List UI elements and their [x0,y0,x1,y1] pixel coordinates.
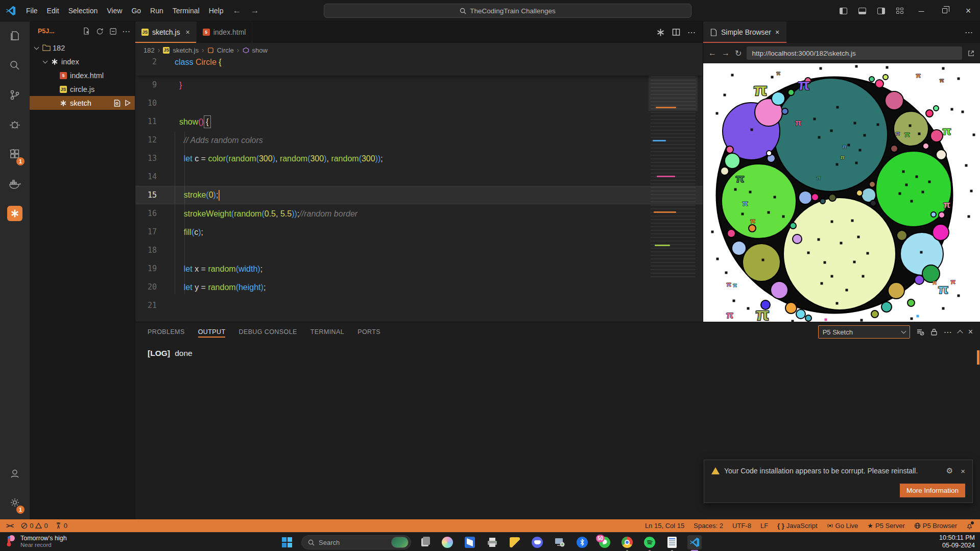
panel-more-actions-icon[interactable]: ⋯ [944,327,952,337]
source-control-icon[interactable] [0,83,30,107]
menu-selection[interactable]: Selection [64,7,103,15]
p5-run-action-icon[interactable] [656,28,665,37]
extensions-icon[interactable]: 1 [0,142,30,166]
lock-scroll-icon[interactable] [930,328,938,336]
code-line-14[interactable]: 14 [135,167,703,186]
breadcrumb-class[interactable]: Circle [217,46,234,54]
panel-tab-problems[interactable]: PROBLEMS [148,323,185,341]
code-line-10[interactable]: 10 [135,94,703,112]
settings-gear-icon[interactable]: 1 [0,490,30,515]
menu-file[interactable]: File [21,7,42,15]
split-editor-icon[interactable] [672,28,680,36]
weather-widget[interactable]: Tomorrow's high Near record [4,534,67,548]
start-button[interactable] [280,535,294,549]
run-sketch-icon[interactable] [125,100,131,106]
restore-button[interactable] [933,0,957,21]
p5-canvas[interactable]: πππππππππππππππππππππππ [703,63,980,322]
toggle-sidebar-icon[interactable] [840,8,847,14]
whatsapp-icon[interactable]: 50 [597,535,612,549]
bluetooth-icon[interactable] [575,535,589,549]
customize-layout-icon[interactable] [896,8,904,14]
refresh-icon[interactable] [94,26,105,37]
breadcrumb[interactable]: 182› JS sketch.js› Circle› show [135,43,703,57]
browser-reload-icon[interactable]: ↻ [735,49,742,58]
tree-item-index[interactable]: index [30,55,135,68]
p5-browser-button[interactable]: P5 Browser [914,522,957,530]
notes-app-icon[interactable] [665,535,679,549]
code-line-15[interactable]: 15 stroke(0); [135,186,703,204]
browser-more-actions-icon[interactable]: ⋯ [965,21,980,43]
go-live-button[interactable]: Go Live [827,522,858,530]
tree-item-182[interactable]: 182 [30,41,135,55]
errors-warnings[interactable]: 0 0 [21,522,47,530]
more-information-button[interactable]: More Information [900,484,965,497]
panel-tab-terminal[interactable]: TERMINAL [310,323,344,341]
explorer-icon[interactable] [0,23,30,48]
minimize-button[interactable]: ─ [910,0,933,21]
notification-close-icon[interactable]: × [961,467,965,475]
tab-simple-browser[interactable]: Simple Browser × [703,21,786,43]
code-line-13[interactable]: 13 let c = color(random(300), random(300… [135,149,703,167]
breadcrumb-file[interactable]: sketch.js [173,46,199,54]
tab-index-html[interactable]: 5 index.html [197,21,253,43]
search-highlight-image[interactable] [391,537,409,548]
eol-sequence[interactable]: LF [760,522,768,530]
search-sidebar-icon[interactable] [0,53,30,78]
panel-scrollbar[interactable] [977,350,979,365]
toggle-panel-icon[interactable] [858,8,866,14]
output-channel-select[interactable]: P5 Sketch [818,325,910,339]
scanner-app-icon[interactable] [463,535,477,549]
docker-icon[interactable] [0,172,30,196]
tree-item-sketch[interactable]: sketch [30,96,135,110]
toggle-secondary-sidebar-icon[interactable] [877,8,885,14]
remote-indicator[interactable]: >< [6,522,14,530]
notifications-bell-icon[interactable] [966,522,973,530]
p5-server-button[interactable]: ★P5 Server [867,522,904,530]
panel-tab-ports[interactable]: PORTS [357,323,380,341]
url-input[interactable]: http://localhost:3000/182\sketch.js [747,46,962,60]
history-forward-icon[interactable]: → [246,6,264,16]
copilot-icon[interactable] [440,535,455,549]
close-tab-icon[interactable]: × [185,28,189,36]
tab-sketch-js[interactable]: JS sketch.js × [135,21,197,43]
browser-back-icon[interactable]: ← [708,49,716,58]
tree-item-index-html[interactable]: 5index.html [30,68,135,82]
code-line-18[interactable]: 18 [135,241,703,259]
indentation[interactable]: Spaces: 2 [694,522,723,530]
open-preview-icon[interactable] [114,100,121,107]
panel-tab-output[interactable]: OUTPUT [198,323,226,341]
command-search-box[interactable]: TheCodingTrain Challenges [324,4,691,18]
menu-view[interactable]: View [102,7,127,15]
new-file-icon[interactable] [81,26,92,37]
clock-widget[interactable]: 10:50:11 PM 05-09-2024 [939,534,975,549]
panel-tab-debug-console[interactable]: DEBUG CONSOLE [238,323,297,341]
close-button[interactable]: × [957,0,980,21]
spotify-icon[interactable] [642,535,657,549]
taskbar-search[interactable]: Search [301,535,411,549]
maximize-panel-icon[interactable] [957,330,963,336]
pc-settings-icon[interactable] [553,535,567,549]
notification-settings-icon[interactable]: ⚙ [946,466,953,475]
debug-icon[interactable] [0,112,30,137]
menu-terminal[interactable]: Terminal [168,7,204,15]
files-app-icon[interactable] [508,535,522,549]
menu-help[interactable]: Help [204,7,228,15]
code-line-9[interactable]: 9 } [135,76,703,94]
close-panel-icon[interactable]: × [968,327,973,337]
vscode-taskbar-icon[interactable] [687,535,702,549]
p5-sketch-view-icon[interactable] [0,201,30,226]
code-line-19[interactable]: 19 let x = random(width); [135,259,703,278]
code-line-21[interactable]: 21 [135,296,703,315]
snipping-tool-icon[interactable] [418,535,432,549]
collapse-folders-icon[interactable] [107,26,118,37]
code-line-16[interactable]: 16 strokeWeight(random(0.5, 5.5));//rand… [135,204,703,223]
code-line-17[interactable]: 17 fill(c); [135,223,703,241]
clear-output-icon[interactable] [916,328,924,336]
close-tab-icon[interactable]: × [775,28,779,36]
account-icon[interactable] [0,462,30,486]
code-line-12[interactable]: 12 // Adds random colors [135,131,703,149]
language-mode[interactable]: { }JavaScript [777,522,817,530]
tree-item-circle-js[interactable]: JScircle.js [30,82,135,96]
discord-icon[interactable] [530,535,544,549]
encoding[interactable]: UTF-8 [732,522,751,530]
